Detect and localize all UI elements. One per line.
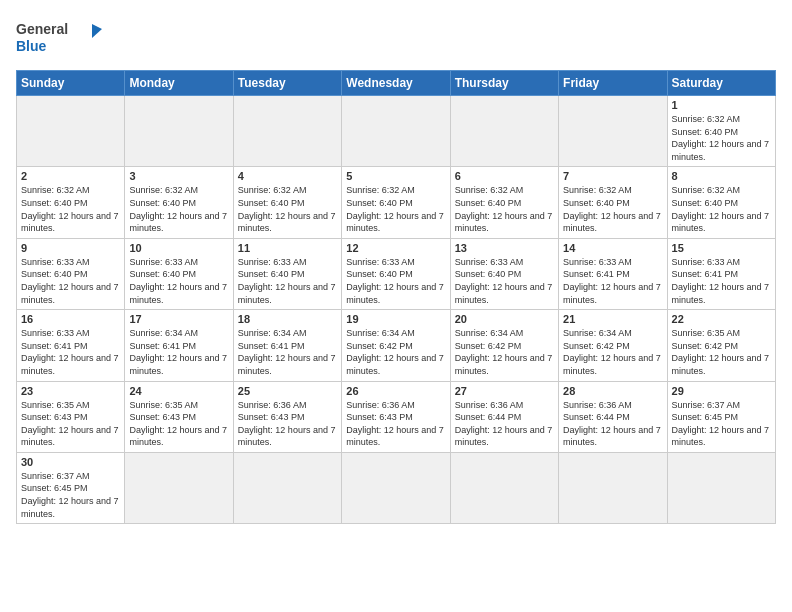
day-number: 27 — [455, 385, 554, 397]
calendar-day-cell: 26Sunrise: 6:36 AMSunset: 6:43 PMDayligh… — [342, 381, 450, 452]
day-sun-info: Sunrise: 6:33 AMSunset: 6:41 PMDaylight:… — [563, 256, 662, 306]
day-number: 22 — [672, 313, 771, 325]
day-number: 29 — [672, 385, 771, 397]
calendar-week-row: 1Sunrise: 6:32 AMSunset: 6:40 PMDaylight… — [17, 96, 776, 167]
day-sun-info: Sunrise: 6:36 AMSunset: 6:44 PMDaylight:… — [563, 399, 662, 449]
weekday-header: Thursday — [450, 71, 558, 96]
calendar-day-cell: 20Sunrise: 6:34 AMSunset: 6:42 PMDayligh… — [450, 310, 558, 381]
day-sun-info: Sunrise: 6:32 AMSunset: 6:40 PMDaylight:… — [238, 184, 337, 234]
calendar-table: SundayMondayTuesdayWednesdayThursdayFrid… — [16, 70, 776, 524]
calendar-day-cell: 4Sunrise: 6:32 AMSunset: 6:40 PMDaylight… — [233, 167, 341, 238]
calendar-day-cell — [125, 96, 233, 167]
calendar-day-cell: 25Sunrise: 6:36 AMSunset: 6:43 PMDayligh… — [233, 381, 341, 452]
calendar-day-cell: 21Sunrise: 6:34 AMSunset: 6:42 PMDayligh… — [559, 310, 667, 381]
calendar-day-cell: 16Sunrise: 6:33 AMSunset: 6:41 PMDayligh… — [17, 310, 125, 381]
day-number: 4 — [238, 170, 337, 182]
calendar-day-cell: 15Sunrise: 6:33 AMSunset: 6:41 PMDayligh… — [667, 238, 775, 309]
svg-text:General: General — [16, 21, 68, 37]
day-sun-info: Sunrise: 6:32 AMSunset: 6:40 PMDaylight:… — [455, 184, 554, 234]
day-sun-info: Sunrise: 6:32 AMSunset: 6:40 PMDaylight:… — [21, 184, 120, 234]
calendar-day-cell: 12Sunrise: 6:33 AMSunset: 6:40 PMDayligh… — [342, 238, 450, 309]
day-number: 8 — [672, 170, 771, 182]
calendar-week-row: 9Sunrise: 6:33 AMSunset: 6:40 PMDaylight… — [17, 238, 776, 309]
calendar-day-cell — [559, 96, 667, 167]
day-sun-info: Sunrise: 6:33 AMSunset: 6:40 PMDaylight:… — [21, 256, 120, 306]
day-number: 13 — [455, 242, 554, 254]
calendar-day-cell: 29Sunrise: 6:37 AMSunset: 6:45 PMDayligh… — [667, 381, 775, 452]
calendar-day-cell: 22Sunrise: 6:35 AMSunset: 6:42 PMDayligh… — [667, 310, 775, 381]
day-number: 16 — [21, 313, 120, 325]
day-number: 3 — [129, 170, 228, 182]
day-number: 1 — [672, 99, 771, 111]
day-number: 5 — [346, 170, 445, 182]
calendar-day-cell — [17, 96, 125, 167]
calendar-day-cell — [125, 452, 233, 523]
day-number: 30 — [21, 456, 120, 468]
weekday-header: Saturday — [667, 71, 775, 96]
day-sun-info: Sunrise: 6:35 AMSunset: 6:43 PMDaylight:… — [129, 399, 228, 449]
calendar-day-cell: 14Sunrise: 6:33 AMSunset: 6:41 PMDayligh… — [559, 238, 667, 309]
calendar-day-cell: 2Sunrise: 6:32 AMSunset: 6:40 PMDaylight… — [17, 167, 125, 238]
svg-marker-2 — [92, 24, 102, 38]
calendar-day-cell: 24Sunrise: 6:35 AMSunset: 6:43 PMDayligh… — [125, 381, 233, 452]
day-number: 9 — [21, 242, 120, 254]
day-sun-info: Sunrise: 6:37 AMSunset: 6:45 PMDaylight:… — [672, 399, 771, 449]
day-sun-info: Sunrise: 6:36 AMSunset: 6:44 PMDaylight:… — [455, 399, 554, 449]
calendar-week-row: 16Sunrise: 6:33 AMSunset: 6:41 PMDayligh… — [17, 310, 776, 381]
calendar-day-cell: 27Sunrise: 6:36 AMSunset: 6:44 PMDayligh… — [450, 381, 558, 452]
day-number: 2 — [21, 170, 120, 182]
day-number: 19 — [346, 313, 445, 325]
calendar-day-cell: 7Sunrise: 6:32 AMSunset: 6:40 PMDaylight… — [559, 167, 667, 238]
day-sun-info: Sunrise: 6:33 AMSunset: 6:40 PMDaylight:… — [238, 256, 337, 306]
day-number: 11 — [238, 242, 337, 254]
day-number: 28 — [563, 385, 662, 397]
calendar-day-cell: 8Sunrise: 6:32 AMSunset: 6:40 PMDaylight… — [667, 167, 775, 238]
weekday-header: Sunday — [17, 71, 125, 96]
calendar-day-cell: 23Sunrise: 6:35 AMSunset: 6:43 PMDayligh… — [17, 381, 125, 452]
calendar-day-cell: 10Sunrise: 6:33 AMSunset: 6:40 PMDayligh… — [125, 238, 233, 309]
calendar-day-cell: 30Sunrise: 6:37 AMSunset: 6:45 PMDayligh… — [17, 452, 125, 523]
day-number: 15 — [672, 242, 771, 254]
calendar-day-cell: 13Sunrise: 6:33 AMSunset: 6:40 PMDayligh… — [450, 238, 558, 309]
calendar-day-cell — [450, 96, 558, 167]
calendar-day-cell: 11Sunrise: 6:33 AMSunset: 6:40 PMDayligh… — [233, 238, 341, 309]
weekday-header: Tuesday — [233, 71, 341, 96]
calendar-day-cell — [233, 96, 341, 167]
day-number: 17 — [129, 313, 228, 325]
day-sun-info: Sunrise: 6:34 AMSunset: 6:42 PMDaylight:… — [455, 327, 554, 377]
calendar-day-cell: 18Sunrise: 6:34 AMSunset: 6:41 PMDayligh… — [233, 310, 341, 381]
day-number: 20 — [455, 313, 554, 325]
generalblue-logo: General Blue — [16, 16, 106, 58]
weekday-header: Friday — [559, 71, 667, 96]
day-number: 6 — [455, 170, 554, 182]
day-sun-info: Sunrise: 6:32 AMSunset: 6:40 PMDaylight:… — [346, 184, 445, 234]
day-sun-info: Sunrise: 6:37 AMSunset: 6:45 PMDaylight:… — [21, 470, 120, 520]
day-sun-info: Sunrise: 6:32 AMSunset: 6:40 PMDaylight:… — [563, 184, 662, 234]
calendar-header-row: SundayMondayTuesdayWednesdayThursdayFrid… — [17, 71, 776, 96]
day-number: 21 — [563, 313, 662, 325]
day-sun-info: Sunrise: 6:33 AMSunset: 6:40 PMDaylight:… — [346, 256, 445, 306]
weekday-header: Wednesday — [342, 71, 450, 96]
calendar-day-cell: 1Sunrise: 6:32 AMSunset: 6:40 PMDaylight… — [667, 96, 775, 167]
calendar-day-cell — [667, 452, 775, 523]
calendar-week-row: 23Sunrise: 6:35 AMSunset: 6:43 PMDayligh… — [17, 381, 776, 452]
day-sun-info: Sunrise: 6:33 AMSunset: 6:41 PMDaylight:… — [672, 256, 771, 306]
calendar-day-cell: 28Sunrise: 6:36 AMSunset: 6:44 PMDayligh… — [559, 381, 667, 452]
day-number: 12 — [346, 242, 445, 254]
day-sun-info: Sunrise: 6:32 AMSunset: 6:40 PMDaylight:… — [129, 184, 228, 234]
calendar-day-cell — [450, 452, 558, 523]
day-sun-info: Sunrise: 6:34 AMSunset: 6:42 PMDaylight:… — [346, 327, 445, 377]
calendar-day-cell: 3Sunrise: 6:32 AMSunset: 6:40 PMDaylight… — [125, 167, 233, 238]
calendar-day-cell — [233, 452, 341, 523]
calendar-day-cell — [559, 452, 667, 523]
day-sun-info: Sunrise: 6:35 AMSunset: 6:42 PMDaylight:… — [672, 327, 771, 377]
day-number: 25 — [238, 385, 337, 397]
logo: General Blue — [16, 16, 106, 58]
day-sun-info: Sunrise: 6:34 AMSunset: 6:42 PMDaylight:… — [563, 327, 662, 377]
weekday-header: Monday — [125, 71, 233, 96]
day-sun-info: Sunrise: 6:33 AMSunset: 6:40 PMDaylight:… — [129, 256, 228, 306]
calendar-day-cell: 5Sunrise: 6:32 AMSunset: 6:40 PMDaylight… — [342, 167, 450, 238]
calendar-day-cell: 19Sunrise: 6:34 AMSunset: 6:42 PMDayligh… — [342, 310, 450, 381]
day-sun-info: Sunrise: 6:33 AMSunset: 6:41 PMDaylight:… — [21, 327, 120, 377]
calendar-day-cell: 17Sunrise: 6:34 AMSunset: 6:41 PMDayligh… — [125, 310, 233, 381]
